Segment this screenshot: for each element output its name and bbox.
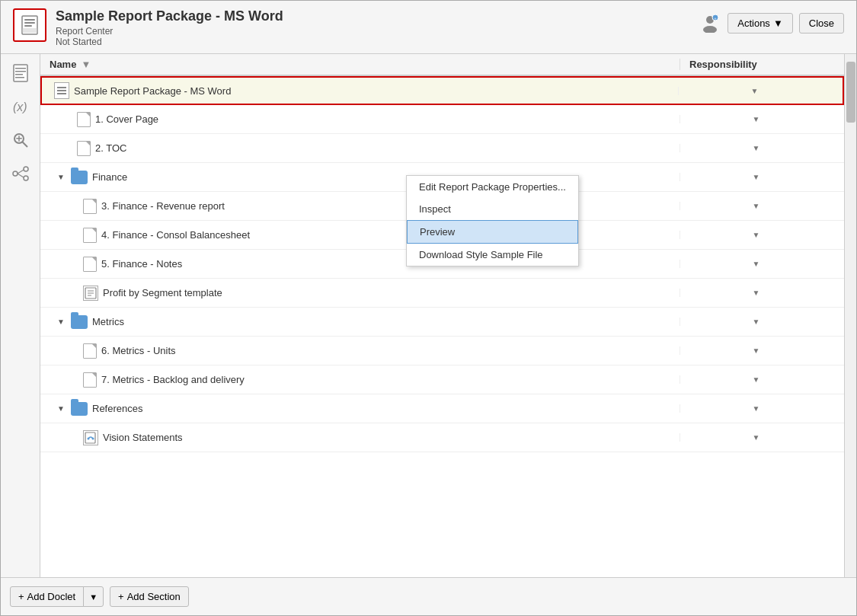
left-sidebar: (x) [1,54,40,577]
row-dropdown-icon[interactable]: ▼ [753,346,760,355]
doc-icon [77,141,91,156]
table-row[interactable]: 2. TOC ▼ [40,134,844,163]
table-row-folder[interactable]: ▼ References ▼ [40,394,844,423]
page-title: Sample Report Package - MS Word [56,8,283,24]
table-row[interactable]: Vision Statements ▼ [40,423,844,452]
row-resp-root: ▼ [678,87,830,95]
row-dropdown-icon[interactable]: ▼ [753,260,760,268]
row-name-cover: 1. Cover Page [62,112,680,127]
table-body: Sample Report Package - MS Word ▼ Edit R… [40,76,844,577]
header-title-block: Sample Report Package - MS Word Report C… [56,8,283,47]
close-button[interactable]: Close [799,13,844,34]
row-name-finance2: 4. Finance - Consol Balancesheet [77,228,680,243]
row-dropdown-icon[interactable]: ▼ [753,375,760,384]
collapse-icon[interactable]: ▼ [56,172,66,183]
sidebar-icon-doc[interactable] [9,62,32,85]
svg-point-21 [24,176,28,180]
table-row[interactable]: 1. Cover Page ▼ [40,105,844,134]
vertical-scrollbar[interactable] [844,54,856,577]
svg-rect-4 [22,28,37,33]
row-resp-finance2: ▼ [680,231,832,239]
app-header: Sample Report Package - MS Word Report C… [1,1,856,54]
svg-line-22 [18,170,24,174]
sidebar-icon-variable[interactable]: (x) [9,95,32,118]
svg-text:(x): (x) [13,101,27,113]
row-dropdown-icon[interactable]: ▼ [753,318,760,326]
menu-item-download[interactable]: Download Style Sample File [407,244,578,266]
svg-rect-3 [24,25,32,27]
report-package-icon [54,82,69,99]
menu-item-inspect[interactable]: Inspect [407,198,578,220]
row-dropdown-icon[interactable]: ▼ [753,289,760,297]
row-dropdown-icon[interactable]: ▼ [753,231,760,239]
row-resp-toc: ▼ [680,144,832,152]
main-area: (x) [1,54,856,577]
row-name-finance3: 5. Finance - Notes [77,257,680,272]
svg-rect-18 [18,136,20,142]
doc-icon [83,372,97,388]
table-header: Name ▼ Responsibility [40,54,844,76]
table-row[interactable]: Sample Report Package - MS Word ▼ [40,76,844,105]
add-section-button[interactable]: + Add Section [110,586,189,607]
folder-icon [71,171,88,184]
svg-point-19 [13,171,18,176]
table-row-folder[interactable]: ▼ Metrics ▼ [40,308,844,337]
collapse-icon[interactable]: ▼ [56,317,66,327]
sidebar-icon-workflow[interactable] [9,162,32,185]
collapse-icon[interactable]: ▼ [56,404,66,414]
footer: + Add Doclet ▼ + Add Section [1,577,856,615]
header-right: + Actions ▼ Close [699,8,844,34]
svg-rect-12 [15,74,23,75]
context-menu: Edit Report Package Properties... Inspec… [406,175,579,267]
add-doclet-button[interactable]: + Add Doclet [10,586,84,607]
row-dropdown-icon[interactable]: ▼ [753,173,760,181]
table-row[interactable]: 6. Metrics - Units ▼ [40,337,844,365]
header-status: Not Started [56,37,283,47]
template-icon [83,286,98,301]
doc-icon [83,343,97,359]
svg-point-6 [703,26,717,33]
row-name-finance1: 3. Finance - Revenue report [77,199,680,214]
folder-icon [71,315,88,329]
row-resp-metrics2: ▼ [680,375,832,384]
svg-point-30 [92,437,94,439]
row-resp-metrics1: ▼ [680,346,832,355]
row-dropdown-icon[interactable]: ▼ [753,144,760,152]
content-area: Name ▼ Responsibility Sample [40,54,844,577]
row-dropdown-icon[interactable]: ▼ [753,404,760,413]
sidebar-icon-search[interactable] [9,129,32,152]
row-dropdown-icon[interactable]: ▼ [753,433,760,442]
row-resp-cover: ▼ [680,115,832,123]
row-resp-finance3: ▼ [680,260,832,268]
row-dropdown-icon[interactable]: ▼ [753,115,760,123]
add-doclet-dropdown-button[interactable]: ▼ [83,586,104,607]
doc-icon [77,112,91,127]
col-resp-header: Responsibility [680,59,832,70]
header-subtitle: Report Center [56,26,283,37]
row-dropdown-icon[interactable]: ▼ [753,202,760,210]
row-resp-finance: ▼ [680,173,832,181]
table-row[interactable]: 7. Metrics - Backlog and delivery ▼ [40,365,844,394]
row-dropdown-icon[interactable]: ▼ [751,87,759,95]
table-row[interactable]: Profit by Segment template ▼ [40,279,844,308]
menu-item-preview[interactable]: Preview [407,220,578,244]
sort-icon[interactable]: ▼ [81,59,91,70]
svg-rect-2 [24,22,35,24]
svg-rect-11 [15,71,26,72]
app-logo-icon [13,8,46,42]
plus-icon: + [118,591,124,602]
menu-item-edit[interactable]: Edit Report Package Properties... [407,176,578,198]
actions-button[interactable]: Actions ▼ [727,13,793,34]
chevron-down-icon: ▼ [773,18,783,29]
svg-point-29 [88,437,90,439]
row-resp-references: ▼ [680,404,832,413]
svg-text:+: + [714,16,717,21]
svg-rect-10 [15,68,26,69]
svg-line-16 [22,142,27,147]
row-name-toc: 2. TOC [62,141,680,156]
row-name-references: ▼ References [50,402,680,416]
svg-rect-1 [24,19,35,21]
scrollbar-thumb[interactable] [846,62,855,123]
row-name-finance4: Profit by Segment template [77,286,680,301]
svg-rect-9 [14,65,27,81]
